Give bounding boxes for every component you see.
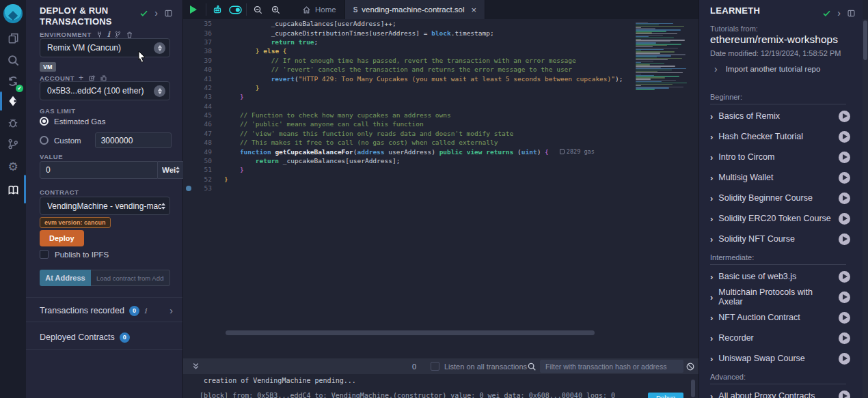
code-line[interactable]: 44 [183, 102, 699, 111]
code-line[interactable]: 40 // 'revert' cancels the transaction a… [183, 65, 699, 74]
tutorial-item[interactable]: ›Solidity ERC20 Token Course [699, 208, 857, 229]
debugger-icon[interactable] [0, 113, 26, 132]
estimated-gas-radio[interactable]: Estimated Gas [40, 117, 170, 126]
value-input[interactable] [40, 161, 158, 179]
solidity-compiler-icon[interactable]: ✓ [0, 72, 26, 91]
copilot-toggle[interactable] [226, 0, 244, 19]
play-tutorial-button[interactable] [839, 332, 850, 344]
breakpoint-gutter[interactable] [183, 186, 194, 191]
contract-select[interactable]: VendingMachine - vending-machin [40, 197, 170, 215]
tab-home[interactable]: Home [294, 0, 344, 19]
editor-horizontal-scrollbar[interactable] [226, 330, 595, 335]
play-tutorial-button[interactable] [839, 390, 850, 398]
tutorial-item[interactable]: ›Basics of Remix [699, 106, 857, 126]
remix-logo-icon[interactable] [3, 4, 23, 23]
play-tutorial-button[interactable] [839, 312, 850, 324]
settings-icon[interactable]: ⚙ [0, 157, 26, 176]
play-tutorial-button[interactable] [839, 131, 850, 143]
plug-icon[interactable] [96, 31, 103, 38]
panel-collapse-icon[interactable]: › [154, 8, 158, 18]
copy-account-icon[interactable] [100, 74, 107, 82]
panel-collapse-icon[interactable]: › [837, 8, 841, 18]
deploy-button[interactable]: Deploy [40, 230, 84, 246]
tab-file-vending-machine[interactable]: S vending-machine-contract.sol × [344, 0, 485, 19]
tutorial-item[interactable]: ›Multichain Protocols with Axelar [699, 287, 857, 307]
transactions-expand-icon[interactable]: › [169, 306, 173, 315]
at-address-input[interactable] [91, 270, 170, 286]
play-tutorial-button[interactable] [839, 233, 850, 245]
tutorial-item[interactable]: ›All about Proxy Contracts [699, 386, 857, 398]
ai-copilot-icon[interactable] [208, 0, 226, 19]
terminal-filter-input[interactable] [540, 360, 683, 373]
panel-pin-icon[interactable] [847, 9, 856, 18]
tutorial-item[interactable]: ›Solidity Beginner Course [699, 188, 857, 208]
run-script-button[interactable] [183, 0, 204, 19]
play-tutorial-button[interactable] [839, 213, 850, 225]
code-line[interactable]: 49 function getCupcakeBalanceFor(address… [183, 147, 699, 156]
zoom-out-icon[interactable] [249, 0, 267, 19]
terminal-log[interactable]: creation of VendingMachine pending... [b… [183, 374, 699, 398]
play-tutorial-button[interactable] [839, 271, 850, 283]
code-line[interactable]: 48 // This makes it free to call (no gas… [183, 138, 699, 147]
code-line[interactable]: 41 revert("HTTP 429: Too Many Cupcakes (… [183, 74, 699, 83]
value-unit-select[interactable]: Wei [158, 161, 185, 179]
zoom-in-icon[interactable] [267, 0, 284, 19]
code-editor[interactable]: 35 _cupcakeBalances[userAddress]++;36 _c… [183, 19, 699, 350]
code-line[interactable]: 45 // Function to check how many cupcake… [183, 111, 699, 119]
close-tab-icon[interactable]: × [472, 5, 477, 15]
tutorial-item[interactable]: ›Hash Checker Tutorial [699, 126, 857, 147]
transactions-info-icon[interactable]: i [144, 307, 147, 315]
at-address-button[interactable]: At Address [40, 270, 91, 286]
code-line[interactable]: 42 } [183, 83, 699, 92]
code-line[interactable]: 52} [183, 175, 699, 184]
edit-account-icon[interactable] [88, 74, 96, 82]
code-line[interactable]: 51 } [183, 165, 699, 174]
play-tutorial-button[interactable] [839, 152, 850, 163]
account-select[interactable]: 0x5B3...eddC4 (100 ether) [40, 81, 170, 100]
terminal-expand-icon[interactable] [191, 362, 200, 371]
tutorial-item[interactable]: ›Intro to Circom [699, 147, 857, 167]
terminal-scrollbar[interactable] [691, 380, 695, 397]
tutorial-item[interactable]: ›NFT Auction Contract [699, 307, 857, 328]
debug-button[interactable]: Debug [648, 393, 683, 398]
code-line[interactable]: 36 _cupcakeDistributionTimes[userAddress… [183, 28, 699, 37]
publish-ipfs-checkbox[interactable] [40, 250, 49, 259]
learneth-book-icon[interactable] [0, 180, 26, 199]
play-tutorial-button[interactable] [839, 353, 850, 365]
custom-gas-input[interactable] [95, 132, 172, 148]
file-explorer-icon[interactable] [0, 29, 26, 48]
custom-gas-radio[interactable]: Custom [40, 132, 170, 148]
play-tutorial-button[interactable] [839, 292, 850, 303]
code-line[interactable]: 53 [183, 184, 699, 193]
learneth-scrollbar[interactable] [863, 19, 868, 398]
clear-filter-icon[interactable] [686, 362, 695, 371]
code-line[interactable]: 39 // If not enough time has passed, rev… [183, 56, 699, 65]
deploy-run-icon[interactable] [0, 91, 26, 111]
listen-checkbox[interactable] [431, 362, 439, 371]
editor-minimap[interactable] [633, 20, 692, 91]
search-icon[interactable] [0, 51, 26, 70]
tutorial-item[interactable]: ›Basic use of web3.js [699, 266, 857, 287]
tutorial-item[interactable]: ›Uniswap Swap Course [699, 348, 857, 369]
git-icon[interactable] [0, 134, 26, 154]
play-tutorial-button[interactable] [839, 111, 850, 122]
play-tutorial-button[interactable] [839, 172, 850, 184]
code-line[interactable]: 43 } [183, 92, 699, 101]
import-tutorial-repo[interactable]: › Import another tutorial repo [714, 64, 820, 74]
tutorial-item[interactable]: ›Multisig Wallet [699, 167, 857, 188]
tutorial-item[interactable]: ›Solidity NFT Course [699, 229, 857, 249]
fork-environment-icon[interactable] [114, 31, 122, 38]
code-line[interactable]: 35 _cupcakeBalances[userAddress]++; [183, 19, 699, 28]
delete-environment-icon[interactable] [126, 31, 133, 39]
play-tutorial-button[interactable] [839, 193, 850, 204]
transactions-recorded-row[interactable]: Transactions recorded 0 i › [40, 300, 173, 321]
code-line[interactable]: 38 } else { [183, 46, 699, 55]
code-line[interactable]: 47 // 'view' means this function only re… [183, 129, 699, 138]
code-line[interactable]: 50 return _cupcakeBalances[userAddress]; [183, 156, 699, 165]
deployed-contracts-row[interactable]: Deployed Contracts 0 [40, 327, 173, 347]
code-line[interactable]: 46 // 'public' means anyone can call thi… [183, 119, 699, 128]
code-line[interactable]: 37 return true; [183, 38, 699, 46]
environment-select[interactable]: Remix VM (Cancun) [40, 38, 170, 57]
panel-pin-icon[interactable] [164, 9, 173, 18]
tutorial-item[interactable]: ›Recorder [699, 328, 857, 348]
